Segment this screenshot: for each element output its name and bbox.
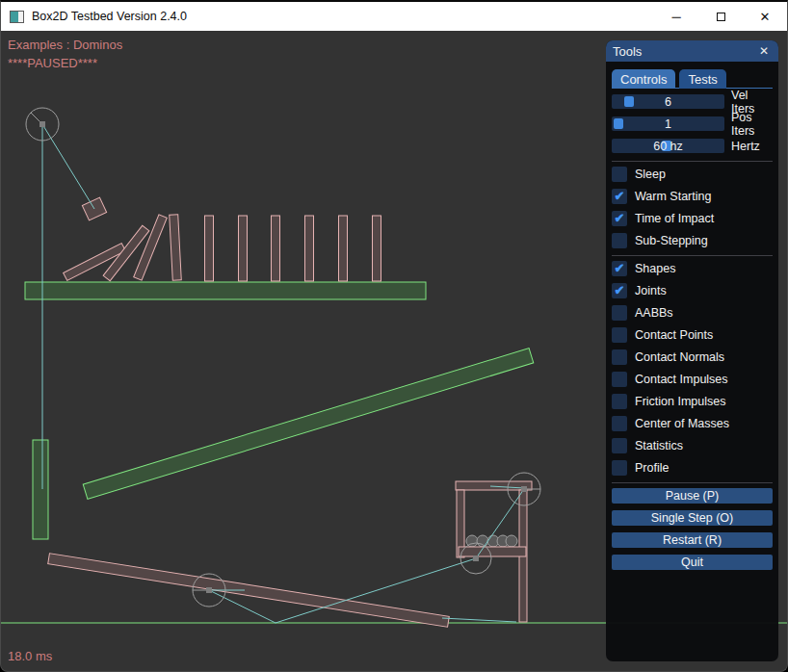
checkbox-aabbs[interactable]: AABBs [612, 305, 773, 321]
checkbox-contact-points[interactable]: Contact Points [612, 327, 773, 343]
checkbox-sub-stepping[interactable]: Sub-Stepping [612, 233, 773, 248]
checkbox-label: Sleep [635, 168, 666, 181]
checkbox-sleep[interactable]: Sleep [612, 167, 773, 182]
app-icon [10, 11, 24, 23]
tools-panel-title: Tools [613, 44, 756, 59]
slider-hertz[interactable]: 60 hzHertz [612, 139, 773, 153]
checkbox-joints[interactable]: ✔Joints [612, 283, 773, 298]
domino-standing-6[interactable] [373, 216, 381, 281]
tab-bar: Controls Tests [612, 69, 773, 89]
domino-standing-1[interactable] [205, 216, 214, 281]
checkbox-box[interactable] [612, 394, 627, 409]
checkbox-label: Profile [635, 461, 669, 475]
checkbox-box[interactable] [612, 305, 627, 321]
checkbox-box[interactable] [612, 349, 627, 365]
draw-checkbox-group: ✔Shapes✔JointsAABBsContact PointsContact… [612, 261, 773, 476]
tab-controls[interactable]: Controls [612, 69, 675, 89]
minimize-button[interactable]: ─ [654, 2, 698, 31]
domino-standing-5[interactable] [339, 216, 348, 281]
checkbox-profile[interactable]: Profile [612, 460, 773, 476]
checkbox-box[interactable]: ✔ [612, 189, 627, 204]
tab-tests[interactable]: Tests [679, 69, 725, 89]
title-bar[interactable]: Box2D Testbed Version 2.4.0 ─ ✕ [1, 2, 787, 31]
checkbox-label: AABBs [635, 306, 673, 320]
slider-value: 6 [612, 94, 724, 109]
checkbox-box[interactable]: ✔ [612, 211, 627, 226]
checkbox-label: Contact Impulses [635, 373, 728, 386]
maximize-icon [717, 13, 725, 21]
slider-label: Pos Iters [731, 111, 773, 138]
frame-top-beam[interactable] [456, 481, 532, 490]
checkbox-box[interactable]: ✔ [612, 261, 627, 276]
domino-tilting[interactable] [170, 215, 182, 280]
domino-fallen-3[interactable] [134, 215, 168, 280]
slider-label: Hertz [731, 140, 760, 153]
checkbox-box[interactable]: ✔ [612, 283, 627, 298]
checkbox-label: Joints [635, 284, 667, 297]
app-window: Box2D Testbed Version 2.4.0 ─ ✕ [0, 0, 788, 672]
checkbox-label: Statistics [635, 439, 683, 452]
close-button[interactable]: ✕ [743, 2, 787, 31]
checkbox-box[interactable] [612, 416, 627, 431]
checkbox-center-of-masses[interactable]: Center of Masses [612, 416, 773, 431]
paused-label: ****PAUSED**** [8, 56, 97, 70]
checkbox-box[interactable] [612, 233, 627, 248]
frame-shelf[interactable] [459, 547, 526, 556]
slider-value: 60 hz [612, 139, 724, 153]
vertical-plank [33, 440, 48, 539]
checkbox-box[interactable] [612, 372, 627, 387]
seesaw-plank[interactable] [48, 554, 450, 628]
slider-track[interactable]: 1 [612, 116, 724, 131]
tools-panel-header[interactable]: Tools ✕ [606, 40, 778, 62]
action-button-section: Pause (P)Single Step (O)Restart (R)Quit [612, 488, 773, 570]
slider-vel-iters[interactable]: 6Vel Iters [612, 94, 773, 109]
checkbox-label: Center of Masses [635, 417, 729, 430]
checkbox-friction-impulses[interactable]: Friction Impulses [612, 394, 773, 409]
tools-panel: Tools ✕ Controls Tests 6Vel Iters1Pos It… [606, 40, 778, 661]
checkbox-label: Friction Impulses [635, 395, 725, 408]
domino-platform [25, 282, 426, 299]
checkbox-label: Sub-Stepping [635, 234, 708, 247]
checkbox-label: Contact Normals [635, 350, 724, 364]
ball-2[interactable] [477, 535, 488, 547]
checkbox-label: Shapes [635, 262, 675, 275]
frame-time-label: 18.0 ms [8, 649, 52, 663]
maximize-button[interactable] [698, 2, 743, 31]
checkbox-box[interactable] [612, 327, 627, 343]
checkbox-warm-starting[interactable]: ✔Warm Starting [612, 189, 773, 204]
example-label: Examples : Dominos [8, 38, 122, 52]
checkbox-label: Contact Points [635, 328, 713, 342]
slider-track[interactable]: 6 [612, 94, 724, 109]
checkbox-box[interactable] [612, 460, 627, 476]
checkbox-box[interactable] [612, 438, 627, 453]
slider-pos-iters[interactable]: 1Pos Iters [612, 116, 773, 131]
single-step-o-button[interactable]: Single Step (O) [612, 510, 773, 526]
simulation-checkbox-group: Sleep✔Warm Starting✔Time of ImpactSub-St… [612, 167, 773, 248]
slider-section: 6Vel Iters1Pos Iters60 hzHertz [612, 94, 773, 153]
separator [612, 161, 773, 162]
diagonal-plank [83, 349, 534, 500]
pause-p-button[interactable]: Pause (P) [612, 488, 773, 504]
slider-track[interactable]: 60 hz [612, 139, 724, 153]
ball-5[interactable] [506, 535, 517, 547]
domino-standing-2[interactable] [239, 216, 248, 281]
close-icon: ✕ [760, 10, 771, 24]
restart-r-button[interactable]: Restart (R) [612, 532, 773, 548]
slider-value: 1 [612, 116, 724, 131]
checkbox-time-of-impact[interactable]: ✔Time of Impact [612, 211, 773, 226]
separator [612, 482, 773, 483]
tools-close-button[interactable]: ✕ [756, 43, 772, 59]
checkbox-label: Warm Starting [635, 190, 711, 203]
checkbox-shapes[interactable]: ✔Shapes [612, 261, 773, 276]
domino-standing-3[interactable] [272, 216, 280, 281]
window-title: Box2D Testbed Version 2.4.0 [32, 10, 654, 23]
separator [612, 255, 773, 256]
tools-close-icon: ✕ [759, 44, 769, 58]
domino-standing-4[interactable] [305, 216, 314, 281]
checkbox-contact-normals[interactable]: Contact Normals [612, 349, 773, 365]
checkbox-box[interactable] [612, 167, 627, 182]
quit-button[interactable]: Quit [612, 555, 773, 570]
checkbox-label: Time of Impact [635, 212, 714, 225]
checkbox-statistics[interactable]: Statistics [612, 438, 773, 453]
checkbox-contact-impulses[interactable]: Contact Impulses [612, 372, 773, 387]
